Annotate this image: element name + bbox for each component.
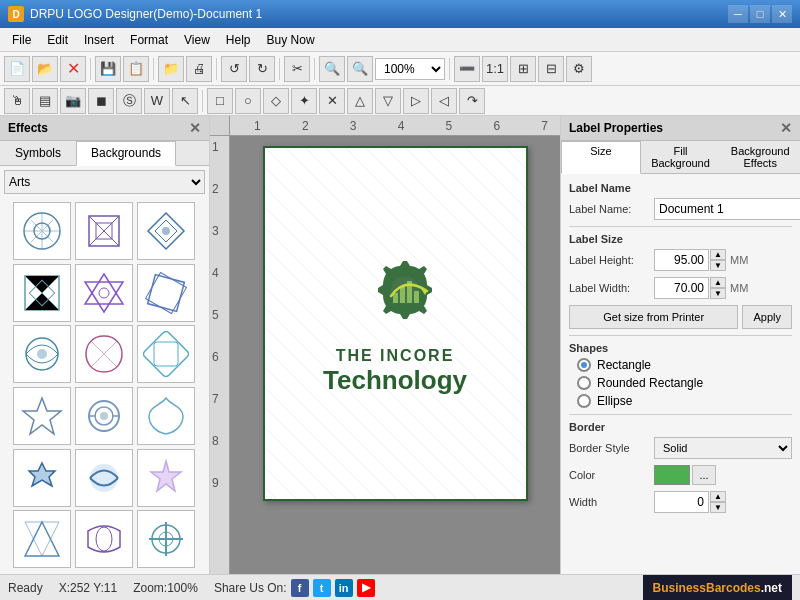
border-style-select[interactable]: Solid Dashed Dotted None: [654, 437, 792, 459]
svg-marker-24: [25, 522, 59, 556]
grid-button[interactable]: ⊟: [538, 56, 564, 82]
effect-item[interactable]: [13, 202, 71, 260]
word-button[interactable]: W: [144, 88, 170, 114]
zoom-select[interactable]: 100% 75% 150% 200%: [375, 58, 445, 80]
border-color-swatch[interactable]: [654, 465, 690, 485]
menu-view[interactable]: View: [176, 31, 218, 49]
barcode-button[interactable]: ▤: [32, 88, 58, 114]
effect-item[interactable]: [75, 387, 133, 445]
width-up-button[interactable]: ▲: [710, 277, 726, 288]
effect-item[interactable]: [137, 325, 195, 383]
border-color-picker-button[interactable]: ...: [692, 465, 716, 485]
text-button[interactable]: Ⓢ: [116, 88, 142, 114]
height-up-button[interactable]: ▲: [710, 249, 726, 260]
save-button[interactable]: 💾: [95, 56, 121, 82]
effect-item[interactable]: [13, 264, 71, 322]
menu-buynow[interactable]: Buy Now: [259, 31, 323, 49]
ellipse-tool[interactable]: ○: [235, 88, 261, 114]
right-triangle-tool[interactable]: ▷: [403, 88, 429, 114]
tab-symbols[interactable]: Symbols: [0, 141, 76, 165]
menu-help[interactable]: Help: [218, 31, 259, 49]
cursor-tool[interactable]: ↖: [172, 88, 198, 114]
down-triangle-tool[interactable]: ▽: [375, 88, 401, 114]
height-down-button[interactable]: ▼: [710, 260, 726, 271]
fit-grid-button[interactable]: ⊞: [510, 56, 536, 82]
width-down-button[interactable]: ▼: [710, 288, 726, 299]
shape-rounded-row[interactable]: Rounded Rectangle: [577, 376, 792, 390]
photo-button[interactable]: 📷: [60, 88, 86, 114]
close-button[interactable]: ✕: [772, 5, 792, 23]
cut-button[interactable]: ✂: [284, 56, 310, 82]
border-width-up-button[interactable]: ▲: [710, 491, 726, 502]
effect-item[interactable]: [137, 510, 195, 568]
label-width-input[interactable]: [654, 277, 709, 299]
left-triangle-tool[interactable]: ◁: [431, 88, 457, 114]
zoom-minus-button[interactable]: ➖: [454, 56, 480, 82]
redo-button[interactable]: ↻: [249, 56, 275, 82]
zoom-out-prev[interactable]: 🔍: [347, 56, 373, 82]
document-canvas[interactable]: THE INCORE Technology: [263, 146, 528, 501]
maximize-button[interactable]: □: [750, 5, 770, 23]
effect-item[interactable]: [75, 325, 133, 383]
curve-tool[interactable]: ↷: [459, 88, 485, 114]
star-tool[interactable]: ✦: [291, 88, 317, 114]
shape-rectangle-row[interactable]: Rectangle: [577, 358, 792, 372]
tab-backgrounds[interactable]: Backgrounds: [76, 141, 176, 166]
effect-item[interactable]: [137, 264, 195, 322]
canvas-scroll-area[interactable]: THE INCORE Technology: [230, 136, 560, 574]
new-button[interactable]: 📄: [4, 56, 30, 82]
triangle-tool[interactable]: △: [347, 88, 373, 114]
border-width-down-button[interactable]: ▼: [710, 502, 726, 513]
zoom-in-prev[interactable]: 🔍: [319, 56, 345, 82]
twitter-button[interactable]: t: [313, 579, 331, 597]
undo-button[interactable]: ↺: [221, 56, 247, 82]
properties-close-button[interactable]: ✕: [780, 120, 792, 136]
window-controls[interactable]: ─ □ ✕: [728, 5, 792, 23]
prop-tab-fill[interactable]: Fill Background: [641, 141, 721, 173]
effect-item[interactable]: [137, 202, 195, 260]
youtube-button[interactable]: ▶: [357, 579, 375, 597]
label-name-input[interactable]: [654, 198, 800, 220]
shape-ellipse-radio[interactable]: [577, 394, 591, 408]
close-doc-button[interactable]: ✕: [60, 56, 86, 82]
facebook-button[interactable]: f: [291, 579, 309, 597]
label-height-input[interactable]: [654, 249, 709, 271]
open-file-button[interactable]: 📁: [158, 56, 184, 82]
minimize-button[interactable]: ─: [728, 5, 748, 23]
settings-button[interactable]: ⚙: [566, 56, 592, 82]
cross-tool[interactable]: ✕: [319, 88, 345, 114]
apply-button[interactable]: Apply: [742, 305, 792, 329]
effect-item[interactable]: [75, 449, 133, 507]
menu-insert[interactable]: Insert: [76, 31, 122, 49]
category-select[interactable]: Arts Nature Business: [4, 170, 205, 194]
menu-format[interactable]: Format: [122, 31, 176, 49]
effect-item[interactable]: [13, 387, 71, 445]
menu-edit[interactable]: Edit: [39, 31, 76, 49]
shape-rectangle-radio[interactable]: [577, 358, 591, 372]
prop-tab-size[interactable]: Size: [561, 141, 641, 174]
effects-close-button[interactable]: ✕: [189, 120, 201, 136]
effect-item[interactable]: [13, 510, 71, 568]
actual-size-button[interactable]: 1:1: [482, 56, 508, 82]
linkedin-button[interactable]: in: [335, 579, 353, 597]
shapes-button[interactable]: ◼: [88, 88, 114, 114]
menu-file[interactable]: File: [4, 31, 39, 49]
shape-rounded-radio[interactable]: [577, 376, 591, 390]
shape-ellipse-row[interactable]: Ellipse: [577, 394, 792, 408]
save-as-button[interactable]: 📋: [123, 56, 149, 82]
diamond-tool[interactable]: ◇: [263, 88, 289, 114]
prop-tab-effects[interactable]: Background Effects: [720, 141, 800, 173]
select-button[interactable]: 🖱: [4, 88, 30, 114]
effect-item[interactable]: [137, 449, 195, 507]
effect-item[interactable]: [13, 325, 71, 383]
effect-item[interactable]: [75, 264, 133, 322]
effect-item[interactable]: [137, 387, 195, 445]
border-width-input[interactable]: [654, 491, 709, 513]
rect-tool[interactable]: □: [207, 88, 233, 114]
effect-item[interactable]: [75, 202, 133, 260]
effect-item[interactable]: [75, 510, 133, 568]
get-size-button[interactable]: Get size from Printer: [569, 305, 738, 329]
effect-item[interactable]: [13, 449, 71, 507]
open-button[interactable]: 📂: [32, 56, 58, 82]
print-button[interactable]: 🖨: [186, 56, 212, 82]
